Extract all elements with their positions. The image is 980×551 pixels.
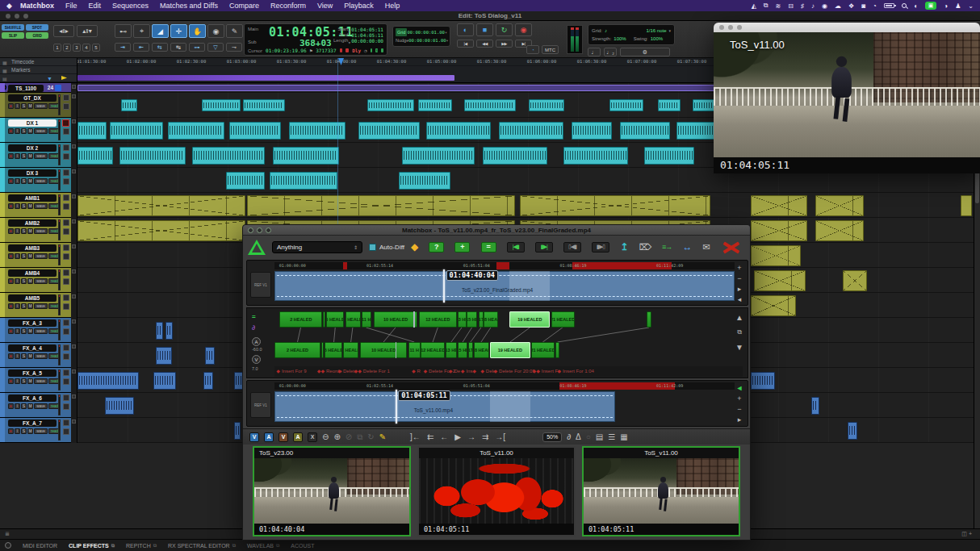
audio-clip[interactable] <box>229 122 281 140</box>
solo-button[interactable]: S <box>21 128 27 134</box>
fast-user-icon[interactable]: ♟ <box>955 2 961 10</box>
group-indicator[interactable] <box>72 344 76 349</box>
go-end-icon[interactable]: →[ <box>495 432 505 441</box>
track-view-selector[interactable]: wave <box>34 103 48 109</box>
track-name[interactable]: FX_A_6 <box>8 394 57 402</box>
video-titlebar[interactable] <box>714 23 980 32</box>
input-monitor-button[interactable]: I <box>15 153 20 159</box>
match-equal-button[interactable]: = <box>481 242 496 253</box>
track-view-selector[interactable]: wave <box>34 303 48 309</box>
slide-right-button[interactable]: ▮▶▯ <box>592 242 609 253</box>
markers-ruler-label[interactable]: ▦Markers <box>0 66 77 74</box>
audio-clip[interactable] <box>192 147 265 165</box>
track-view-selector[interactable]: wave <box>34 128 48 134</box>
audio-circle-icon[interactable]: A <box>252 337 261 346</box>
window-controls[interactable] <box>6 14 28 19</box>
audio-clip[interactable] <box>751 372 775 390</box>
track-header-fx_a_3[interactable]: FX_A_3ISMwaveread <box>0 318 71 343</box>
mail-report-icon[interactable]: ✉ <box>703 242 710 253</box>
privacy-icon[interactable]: ◙ <box>861 2 865 10</box>
healed-segment[interactable]: 11 H <box>362 311 371 328</box>
partial-diff-icon[interactable]: ∂ <box>567 432 571 441</box>
track-view-selector[interactable]: wave <box>34 278 48 284</box>
inserts-button[interactable] <box>63 153 69 160</box>
input-monitor-button[interactable]: I <box>15 128 20 134</box>
group-indicator[interactable] <box>72 85 76 89</box>
online-sync-button[interactable]: ◔ <box>526 45 539 54</box>
track-view-selector[interactable]: wave <box>34 428 48 434</box>
zoom-in-seq-icon[interactable]: + <box>737 264 741 272</box>
healed-segment[interactable]: 12 HEALED <box>419 311 457 328</box>
automation-follows-icon[interactable]: ▽ <box>207 43 224 52</box>
audio-clip[interactable] <box>156 322 163 340</box>
transport-settings-button[interactable]: ⚙ <box>620 48 670 56</box>
output-window-button[interactable] <box>63 369 69 376</box>
search-icon[interactable] <box>902 3 907 8</box>
clip-link-icon[interactable]: ⧉ <box>357 432 362 442</box>
inserts-button[interactable] <box>63 203 69 210</box>
change-marker[interactable]: ◆Delete For 20:05 <box>493 368 534 374</box>
menu-playback[interactable]: Playback <box>344 2 374 10</box>
record-enable-button[interactable] <box>8 403 14 409</box>
audio-clip[interactable] <box>402 147 475 165</box>
mute-button[interactable]: M <box>27 128 33 134</box>
solo-button[interactable]: S <box>21 228 27 234</box>
group-indicator[interactable] <box>72 194 76 198</box>
audio-clip[interactable] <box>620 122 670 140</box>
hamburger-icon[interactable]: ≣ <box>5 531 10 537</box>
link-pair-icon[interactable]: ⧉ <box>737 328 742 336</box>
track-view-selector[interactable]: wave <box>34 153 48 159</box>
output-window-button[interactable] <box>63 420 69 426</box>
mute-button[interactable]: M <box>27 178 33 184</box>
zoom-value[interactable]: 50% <box>542 432 562 442</box>
change-marker[interactable]: ◆Ins <box>461 368 473 374</box>
bottom-sequence-ruler[interactable]: 01:00:00:0001:02:55:1401:05:51:0401:08:4… <box>274 382 735 390</box>
end-value[interactable]: 01:04:05:11 <box>351 32 383 38</box>
selector-tool-icon[interactable]: ✛ <box>170 24 187 38</box>
audio-a-view-button[interactable]: A <box>264 432 274 442</box>
link-timeline-icon[interactable]: ⇤ <box>133 43 149 52</box>
match-equals-icon[interactable]: = <box>252 313 256 320</box>
record-enable-button[interactable] <box>8 278 14 284</box>
slide-left-button[interactable]: ▯◀▮ <box>563 242 581 253</box>
yellow-marker-flag[interactable] <box>61 76 67 81</box>
group-indicator[interactable] <box>72 294 76 298</box>
partial-icon[interactable]: ∂ <box>252 324 255 332</box>
healed-segment[interactable]: 18 HEAL <box>474 342 489 358</box>
track-view-selector[interactable]: wave <box>34 378 48 384</box>
count-off-button[interactable]: ♩₂ <box>604 48 617 56</box>
record-enable-button[interactable] <box>8 128 14 134</box>
track-header-amb3[interactable]: AMB3ISMwaveread <box>0 243 71 268</box>
audio-clip[interactable] <box>270 172 337 190</box>
healed-segment[interactable]: 7 HEALE <box>343 342 358 358</box>
play-seq-icon[interactable]: ▸ <box>738 285 742 293</box>
mute-button[interactable]: M <box>27 303 33 309</box>
zoom-out-icon[interactable]: ⊖ <box>322 432 329 441</box>
healed-segment[interactable]: 18 HEAL <box>484 311 498 328</box>
audio-clip[interactable] <box>529 99 564 111</box>
inserts-button[interactable] <box>63 353 69 360</box>
audio-clip[interactable] <box>644 147 694 165</box>
delete-conform-icon[interactable]: ⌦ <box>639 242 651 253</box>
record-enable-button[interactable] <box>8 378 14 384</box>
change-marker[interactable]: ◆◆Delete For 1 <box>354 368 390 374</box>
healed-segment[interactable]: 17 <box>479 311 484 328</box>
prev-icon[interactable]: ← <box>440 432 448 441</box>
next-fast-icon[interactable]: ⇉ <box>482 432 488 441</box>
battery-icon[interactable] <box>884 3 894 8</box>
healed-segment[interactable]: 19 HEALED <box>490 342 530 358</box>
input-monitor-button[interactable]: I <box>15 178 20 184</box>
stop-button[interactable]: ■ <box>476 23 493 36</box>
pencil-tool-icon[interactable]: ✎ <box>226 24 243 38</box>
healed-segment[interactable]: 17 <box>468 342 473 358</box>
keep-marker-icon[interactable]: ◆ <box>411 241 418 253</box>
track-name[interactable]: AMB5 <box>8 294 57 302</box>
input-monitor-button[interactable]: I <box>15 378 20 384</box>
audio-clip[interactable] <box>203 372 213 390</box>
input-monitor-button[interactable]: I <box>15 203 20 209</box>
output-window-button[interactable] <box>63 194 69 201</box>
zoom-preset-3-button[interactable]: 3 <box>73 44 81 52</box>
group-indicator[interactable] <box>72 244 76 248</box>
inserts-button[interactable] <box>63 403 69 410</box>
sync-icon[interactable] <box>55 85 61 91</box>
